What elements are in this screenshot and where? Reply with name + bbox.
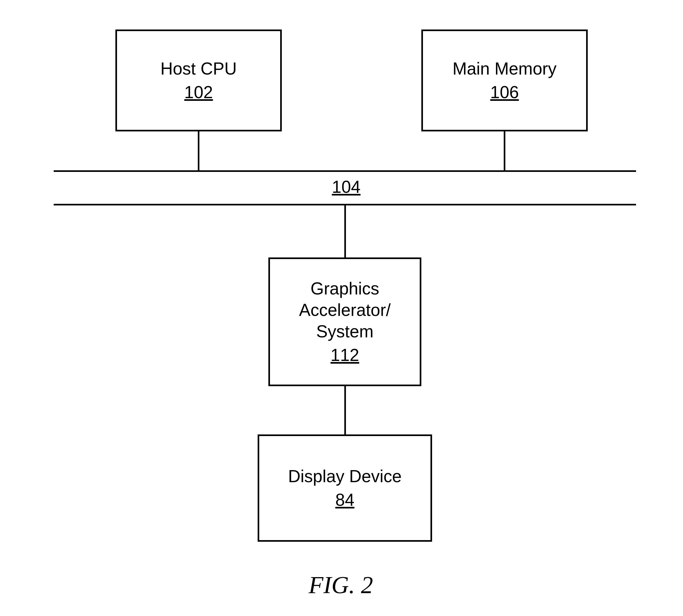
block-host-cpu-label: Host CPU	[161, 58, 237, 80]
block-graphics-label: Graphics Accelerator/ System	[299, 278, 390, 342]
block-graphics-accelerator: Graphics Accelerator/ System 112	[269, 258, 421, 386]
block-display-label: Display Device	[288, 465, 402, 487]
block-main-memory-label: Main Memory	[452, 58, 557, 80]
connector-memory-to-bus	[504, 131, 505, 170]
block-display-device: Display Device 84	[258, 435, 432, 542]
block-diagram: Host CPU 102 Main Memory 106 104 Graphic…	[0, 0, 683, 616]
figure-caption: FIG. 2	[308, 571, 373, 599]
block-main-memory-ref: 106	[490, 82, 519, 103]
bus-top-line	[54, 170, 636, 172]
connector-cpu-to-bus	[198, 131, 199, 170]
bus-ref: 104	[330, 177, 362, 197]
block-main-memory: Main Memory 106	[421, 29, 588, 131]
connector-bus-to-graphics	[344, 205, 346, 258]
connector-graphics-to-display	[344, 386, 346, 435]
block-display-ref: 84	[335, 489, 354, 511]
block-host-cpu-ref: 102	[184, 82, 213, 103]
block-graphics-ref: 112	[330, 344, 359, 366]
block-host-cpu: Host CPU 102	[115, 29, 282, 131]
